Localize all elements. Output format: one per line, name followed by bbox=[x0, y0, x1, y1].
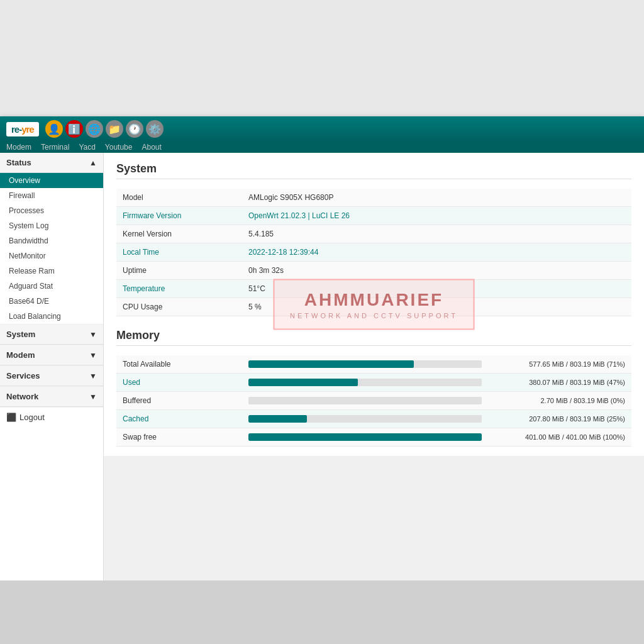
memory-label-1: Used bbox=[116, 374, 242, 392]
nav-about[interactable]: About bbox=[142, 143, 161, 152]
memory-bar-cell-3: 207.80 MiB / 803.19 MiB (25%) bbox=[242, 410, 631, 428]
memory-table: Total Available 577.65 MiB / 803.19 MiB … bbox=[116, 355, 631, 447]
memory-bar-cell-0: 577.65 MiB / 803.19 MiB (71%) bbox=[242, 355, 631, 374]
sidebar-section-network: Network ▼ bbox=[0, 387, 103, 408]
table-row: Used 380.07 MiB / 803.19 MiB (47%) bbox=[116, 374, 631, 392]
user-icon[interactable]: 👤 bbox=[45, 120, 63, 138]
memory-bar-fill-4 bbox=[248, 433, 482, 441]
nav-modem[interactable]: Modem bbox=[6, 143, 31, 152]
memory-bar-3 bbox=[248, 415, 482, 423]
table-row: Kernel Version 5.4.185 bbox=[116, 225, 631, 243]
memory-section: Memory Total Available 577.65 MiB / 803.… bbox=[116, 329, 631, 447]
sidebar-modem-label: Modem bbox=[6, 350, 35, 360]
temperature-value: 51°C bbox=[242, 280, 631, 298]
sidebar-item-adguardstat[interactable]: Adguard Stat bbox=[0, 279, 103, 294]
sidebar-modem-header[interactable]: Modem ▼ bbox=[0, 345, 103, 365]
localtime-label: Local Time bbox=[116, 243, 242, 262]
sidebar-item-releaseram[interactable]: Release Ram bbox=[0, 264, 103, 279]
memory-bar-cell-1: 380.07 MiB / 803.19 MiB (47%) bbox=[242, 374, 631, 392]
settings-icon[interactable]: ⚙️ bbox=[146, 120, 164, 138]
sidebar: Status ▲ Overview Firewall Processes Sys… bbox=[0, 153, 104, 580]
sidebar-status-header[interactable]: Status ▲ bbox=[0, 153, 103, 173]
memory-section-title: Memory bbox=[116, 329, 631, 346]
chevron-down-icon4: ▼ bbox=[89, 392, 97, 401]
clock-icon[interactable]: 🕐 bbox=[126, 120, 143, 138]
sidebar-item-systemlog[interactable]: System Log bbox=[0, 218, 103, 233]
memory-bar-cell-2: 2.70 MiB / 803.19 MiB (0%) bbox=[242, 392, 631, 410]
nav-yacd[interactable]: Yacd bbox=[79, 143, 95, 152]
network-globe-icon[interactable]: 🌐 bbox=[86, 120, 103, 138]
memory-bar-fill-1 bbox=[248, 379, 358, 386]
chevron-down-icon3: ▼ bbox=[89, 372, 97, 380]
memory-label-2: Buffered bbox=[116, 392, 242, 410]
chevron-down-icon: ▼ bbox=[89, 330, 97, 339]
sidebar-services-header[interactable]: Services ▼ bbox=[0, 366, 103, 386]
memory-bar-0 bbox=[248, 360, 482, 368]
folder-icon[interactable]: 📁 bbox=[106, 120, 123, 138]
model-label: Model bbox=[116, 189, 242, 207]
firmware-label: Firmware Version bbox=[116, 207, 242, 225]
memory-bar-fill-3 bbox=[248, 415, 307, 423]
cpu-label: CPU Usage bbox=[116, 298, 242, 316]
nav-youtube[interactable]: Youtube bbox=[105, 143, 133, 152]
table-row: Firmware Version OpenWrt 21.02.3 | LuCI … bbox=[116, 207, 631, 225]
memory-label-4: Swap free bbox=[116, 428, 242, 447]
memory-value-4: 401.00 MiB / 401.00 MiB (100%) bbox=[487, 433, 625, 441]
table-row: Uptime 0h 3m 32s bbox=[116, 262, 631, 280]
memory-bar-fill-0 bbox=[248, 360, 414, 368]
sidebar-item-loadbalancing[interactable]: Load Balancing bbox=[0, 309, 103, 324]
sidebar-system-header[interactable]: System ▼ bbox=[0, 325, 103, 345]
uptime-label: Uptime bbox=[116, 262, 242, 280]
memory-bar-4 bbox=[248, 433, 482, 441]
sidebar-section-modem: Modem ▼ bbox=[0, 345, 103, 366]
table-row: Cached 207.80 MiB / 803.19 MiB (25%) bbox=[116, 410, 631, 428]
chevron-down-icon2: ▼ bbox=[89, 351, 97, 360]
nav-menu: Modem Terminal Yacd Youtube About bbox=[0, 142, 644, 153]
memory-value-2: 2.70 MiB / 803.19 MiB (0%) bbox=[487, 397, 625, 404]
memory-bar-2 bbox=[248, 397, 482, 404]
info-icon[interactable]: ℹ️ bbox=[65, 120, 83, 138]
sidebar-item-overview[interactable]: Overview bbox=[0, 173, 103, 188]
sidebar-status-label: Status bbox=[6, 158, 31, 167]
table-row: Temperature 51°C bbox=[116, 280, 631, 298]
table-row: Buffered 2.70 MiB / 803.19 MiB (0%) bbox=[116, 392, 631, 410]
cpu-value: 5 % bbox=[242, 298, 631, 316]
memory-value-1: 380.07 MiB / 803.19 MiB (47%) bbox=[487, 379, 625, 386]
table-row: CPU Usage 5 % bbox=[116, 298, 631, 316]
sidebar-section-status: Status ▲ Overview Firewall Processes Sys… bbox=[0, 153, 103, 325]
sidebar-section-services: Services ▼ bbox=[0, 366, 103, 387]
content-area: System Model AMLogic S905X HG680P Firmwa… bbox=[104, 153, 644, 580]
header-icons: 👤 ℹ️ 🌐 📁 🕐 ⚙️ bbox=[45, 120, 164, 138]
table-row: Local Time 2022-12-18 12:39:44 bbox=[116, 243, 631, 262]
system-section-title: System bbox=[116, 162, 631, 179]
model-value: AMLogic S905X HG680P bbox=[242, 189, 631, 207]
sidebar-item-firewall[interactable]: Firewall bbox=[0, 188, 103, 203]
sidebar-network-header[interactable]: Network ▼ bbox=[0, 387, 103, 407]
content-inner: System Model AMLogic S905X HG680P Firmwa… bbox=[104, 153, 644, 456]
kernel-value: 5.4.185 bbox=[242, 225, 631, 243]
logo[interactable]: re-yre bbox=[6, 122, 39, 136]
kernel-label: Kernel Version bbox=[116, 225, 242, 243]
sidebar-item-processes[interactable]: Processes bbox=[0, 203, 103, 218]
table-row: Model AMLogic S905X HG680P bbox=[116, 189, 631, 207]
memory-value-0: 577.65 MiB / 803.19 MiB (71%) bbox=[487, 360, 625, 368]
nav-terminal[interactable]: Terminal bbox=[41, 143, 69, 152]
sidebar-item-base64[interactable]: Base64 D/E bbox=[0, 294, 103, 309]
table-row: Total Available 577.65 MiB / 803.19 MiB … bbox=[116, 355, 631, 374]
sidebar-services-label: Services bbox=[6, 371, 40, 380]
system-info-table: Model AMLogic S905X HG680P Firmware Vers… bbox=[116, 189, 631, 316]
table-row: Swap free 401.00 MiB / 401.00 MiB (100%) bbox=[116, 428, 631, 447]
firmware-value: OpenWrt 21.02.3 | LuCI LE 26 bbox=[242, 207, 631, 225]
uptime-value: 0h 3m 32s bbox=[242, 262, 631, 280]
sidebar-system-label: System bbox=[6, 330, 35, 339]
memory-bar-cell-4: 401.00 MiB / 401.00 MiB (100%) bbox=[242, 428, 631, 447]
sidebar-item-netmonitor[interactable]: NetMonitor bbox=[0, 248, 103, 264]
sidebar-item-bandwidthd[interactable]: Bandwidthd bbox=[0, 233, 103, 248]
memory-label-0: Total Available bbox=[116, 355, 242, 374]
logout-icon: ⬛ bbox=[6, 413, 16, 422]
logout-button[interactable]: ⬛ Logout bbox=[0, 408, 103, 427]
memory-label-3: Cached bbox=[116, 410, 242, 428]
main-layout: Status ▲ Overview Firewall Processes Sys… bbox=[0, 153, 644, 580]
sidebar-section-system: System ▼ bbox=[0, 325, 103, 345]
sidebar-network-label: Network bbox=[6, 392, 38, 401]
